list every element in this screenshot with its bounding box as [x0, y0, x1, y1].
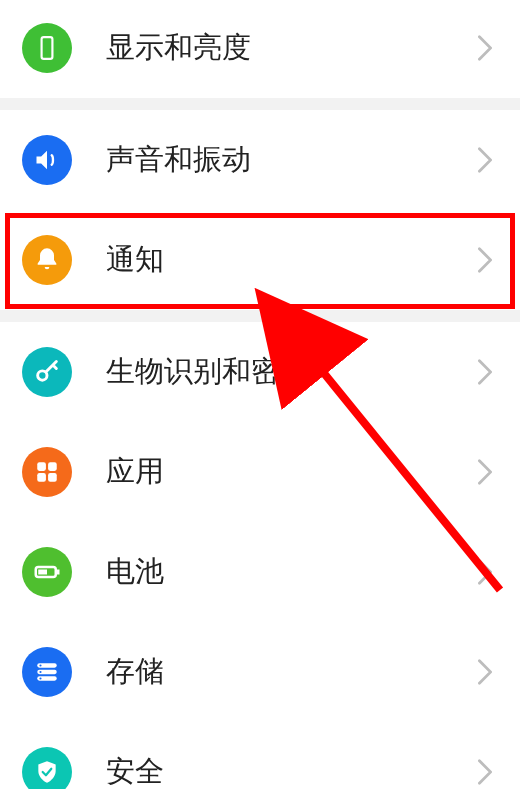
display-icon: [22, 23, 72, 73]
settings-row-biometrics[interactable]: 生物识别和密码: [0, 322, 520, 422]
settings-row-label: 生物识别和密码: [106, 352, 478, 392]
svg-point-13: [39, 671, 41, 673]
chevron-right-icon: [478, 659, 492, 685]
chevron-right-icon: [478, 759, 492, 785]
settings-row-label: 声音和振动: [106, 140, 478, 180]
svg-rect-0: [42, 37, 53, 59]
settings-row-sound[interactable]: 声音和振动: [0, 110, 520, 210]
settings-list: 显示和亮度 声音和振动: [0, 0, 520, 789]
apps-icon: [22, 447, 72, 497]
chevron-right-icon: [478, 247, 492, 273]
settings-row-label: 电池: [106, 552, 478, 592]
storage-icon: [22, 647, 72, 697]
sound-icon: [22, 135, 72, 185]
chevron-right-icon: [478, 459, 492, 485]
settings-row-label: 存储: [106, 652, 478, 692]
svg-point-12: [39, 664, 41, 666]
settings-row-label: 应用: [106, 452, 478, 492]
svg-rect-2: [37, 462, 46, 471]
key-icon: [22, 347, 72, 397]
chevron-right-icon: [478, 559, 492, 585]
svg-rect-7: [57, 570, 60, 575]
settings-group: 声音和振动 通知: [0, 110, 520, 310]
settings-row-display[interactable]: 显示和亮度: [0, 0, 520, 98]
svg-rect-4: [37, 473, 46, 482]
chevron-right-icon: [478, 147, 492, 173]
settings-group: 显示和亮度: [0, 0, 520, 98]
settings-row-label: 通知: [106, 240, 478, 280]
settings-row-label: 安全: [106, 752, 478, 789]
settings-row-apps[interactable]: 应用: [0, 422, 520, 522]
svg-rect-8: [38, 570, 47, 575]
settings-row-label: 显示和亮度: [106, 28, 478, 68]
shield-icon: [22, 747, 72, 789]
bell-icon: [22, 235, 72, 285]
settings-row-storage[interactable]: 存储: [0, 622, 520, 722]
battery-icon: [22, 547, 72, 597]
svg-rect-5: [48, 473, 57, 482]
settings-row-security[interactable]: 安全: [0, 722, 520, 789]
svg-point-14: [39, 677, 41, 679]
svg-rect-3: [48, 462, 57, 471]
group-divider: [0, 98, 520, 110]
settings-row-notifications[interactable]: 通知: [0, 210, 520, 310]
chevron-right-icon: [478, 35, 492, 61]
group-divider: [0, 310, 520, 322]
settings-group: 生物识别和密码 应用: [0, 322, 520, 789]
settings-row-battery[interactable]: 电池: [0, 522, 520, 622]
chevron-right-icon: [478, 359, 492, 385]
